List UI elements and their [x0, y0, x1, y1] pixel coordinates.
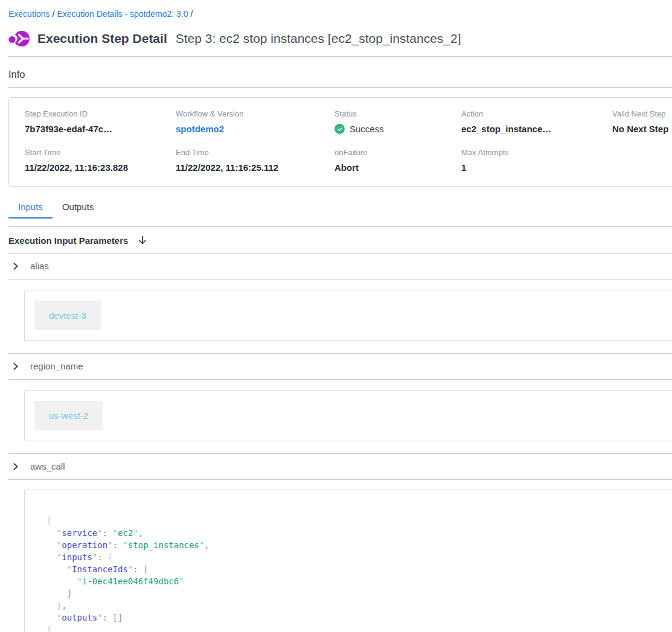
- alias-value-panel: devtest-3: [24, 290, 672, 341]
- page-title: Execution Step Detail: [37, 31, 167, 46]
- region-name-value-panel: us-west-2: [24, 390, 672, 441]
- field-value: 11/22/2022, 11:16:25.112: [176, 162, 334, 173]
- field-end-time: End Time 11/22/2022, 11:16:25.112: [176, 148, 334, 173]
- field-action: Action ec2_stop_instance…: [461, 109, 612, 134]
- field-value: ec2_stop_instance…: [461, 124, 612, 134]
- chevron-right-icon[interactable]: [11, 362, 20, 371]
- chevron-right-icon[interactable]: [11, 262, 20, 270]
- section-name: aws_call: [30, 461, 65, 471]
- field-label: Status: [334, 109, 461, 118]
- field-value: 7b73f93e-edaf-47c…: [25, 124, 176, 134]
- aws-call-code-panel: { "service": "ec2", "operation": "stop_i…: [24, 490, 672, 632]
- field-value: No Next Step: [612, 124, 672, 134]
- field-empty: [612, 148, 672, 173]
- section-row-alias[interactable]: alias: [8, 254, 672, 279]
- breadcrumb-link-executions[interactable]: Executions: [8, 9, 50, 19]
- section-name: alias: [30, 261, 49, 271]
- field-workflow-version: Workflow & Version spotdemo2: [176, 109, 334, 134]
- region-name-value-chip: us-west-2: [34, 401, 103, 430]
- breadcrumb-link-execution-details[interactable]: Execution Details - spotdemo2: 3.0: [57, 9, 188, 19]
- divider: [8, 56, 672, 57]
- params-heading: Execution Input Parameters: [8, 235, 128, 246]
- field-label: Action: [461, 109, 612, 118]
- success-check-icon: [334, 124, 345, 134]
- code-block: { "service": "ec2", "operation": "stop_i…: [46, 515, 672, 632]
- field-label: Workflow & Version: [176, 109, 334, 118]
- field-label: Step Execution ID: [25, 109, 176, 118]
- section-name: region_name: [30, 361, 83, 371]
- tab-outputs[interactable]: Outputs: [53, 198, 104, 219]
- field-label: End Time: [176, 148, 334, 157]
- field-status: Status Success: [334, 109, 461, 134]
- field-label: Start Time: [25, 148, 176, 157]
- status-badge: Success: [334, 124, 461, 134]
- info-section-heading: Info: [8, 69, 672, 80]
- workflow-link[interactable]: spotdemo2: [176, 124, 334, 134]
- field-start-time: Start Time 11/22/2022, 11:16:23.828: [25, 148, 176, 173]
- divider: [8, 379, 672, 380]
- divider: [8, 87, 672, 88]
- section-row-region-name[interactable]: region_name: [8, 354, 672, 379]
- field-on-failure: onFailure Abort: [334, 148, 461, 173]
- field-step-execution-id: Step Execution ID 7b73f93e-edaf-47c…: [25, 109, 176, 134]
- field-value: 11/22/2022, 11:16:23.828: [25, 162, 176, 173]
- field-max-attempts: Max Attempts 1: [461, 148, 612, 173]
- field-label: Valid Next Step: [612, 109, 672, 118]
- divider: [8, 279, 672, 279]
- field-value: Abort: [334, 162, 461, 173]
- chevron-right-icon[interactable]: [11, 462, 20, 471]
- field-label: onFailure: [334, 148, 461, 157]
- status-text: Success: [350, 124, 384, 134]
- field-label: Max Attempts: [461, 148, 612, 157]
- breadcrumb-separator: /: [50, 9, 57, 19]
- alias-value-chip: devtest-3: [34, 301, 101, 330]
- tab-bar: Inputs Outputs: [8, 198, 672, 219]
- params-heading-row: Execution Input Parameters: [8, 227, 672, 253]
- breadcrumb-separator: /: [188, 9, 196, 19]
- page-subtitle: Step 3: ec2 stop instances [ec2_stop_ins…: [176, 31, 461, 46]
- download-icon[interactable]: [137, 235, 148, 246]
- title-row: Execution Step Detail Step 3: ec2 stop i…: [8, 29, 672, 48]
- section-row-aws-call[interactable]: aws_call: [8, 454, 672, 479]
- tab-inputs[interactable]: Inputs: [8, 198, 53, 219]
- field-valid-next-step: Valid Next Step No Next Step: [612, 109, 672, 134]
- info-card: Step Execution ID 7b73f93e-edaf-47c… Wor…: [8, 97, 672, 187]
- workflow-logo-icon: [8, 29, 30, 48]
- breadcrumb: Executions/Execution Details - spotdemo2…: [8, 0, 672, 19]
- divider: [8, 479, 672, 480]
- execution-step-detail-page: Executions/Execution Details - spotdemo2…: [8, 0, 672, 632]
- field-value: 1: [461, 162, 612, 173]
